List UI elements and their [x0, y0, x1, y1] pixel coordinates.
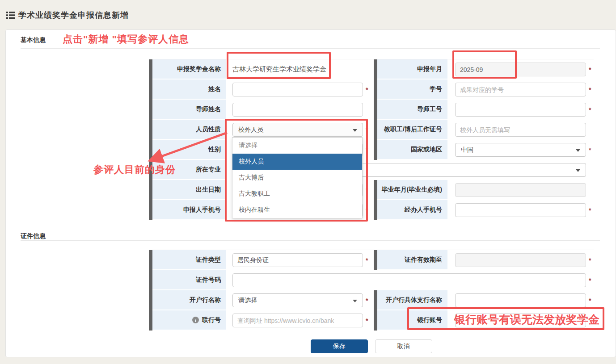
row-birth-grad: 出生日期 * 毕业年月(毕业生必填): [149, 180, 594, 200]
tutor-no-field[interactable]: [455, 103, 586, 117]
chevron-down-icon: [353, 300, 357, 302]
accent-bar: [374, 290, 377, 331]
required-asterisk: *: [366, 86, 368, 93]
accent-bar: [149, 250, 152, 331]
dropdown-option[interactable]: 校内在籍生: [232, 202, 362, 218]
label-major: 所在专业: [152, 160, 226, 180]
label-applicant-phone: 申报人手机号: [152, 200, 226, 220]
label-bank-branch: 开户行具体支行名称: [377, 290, 447, 310]
label-agent-phone: 经办人手机号: [377, 200, 447, 220]
save-button[interactable]: 保存: [311, 339, 368, 353]
row-phones: 申报人手机号 * 经办人手机号 *: [149, 200, 594, 220]
section-title-basic: 基本信息: [21, 36, 46, 44]
label-cert-type: 证件类型: [152, 250, 226, 270]
person-type-value: 校外人员: [238, 126, 263, 134]
row-scholarship-month: 申报奖学金名称 吉林大学研究生学术业绩奖学金 申报年月 *: [149, 59, 594, 79]
section-divider-basic: [21, 48, 600, 49]
chevron-down-icon: [576, 169, 580, 172]
required-asterisk: *: [589, 106, 591, 113]
label-cert-no: 证件号码: [152, 270, 226, 290]
chevron-down-icon: [576, 149, 580, 152]
cert-info-table: 证件类型 * 证件有效期至 * 证件号码 * 开户行名称: [149, 250, 594, 331]
label-tutor-no: 导师工号: [377, 100, 447, 120]
label-bank-name: 开户行名称: [152, 290, 226, 310]
bank-account-field[interactable]: [455, 314, 586, 327]
basic-info-table: 申报奖学金名称 吉林大学研究生学术业绩奖学金 申报年月 * 姓名 * 学号 *: [149, 59, 594, 220]
student-no-field[interactable]: [455, 83, 586, 96]
required-asterisk: *: [589, 207, 591, 214]
required-asterisk: *: [589, 277, 591, 284]
label-person-type: 人员性质: [152, 120, 226, 140]
dropdown-option[interactable]: 吉大教职工: [232, 186, 362, 202]
label-grad-month: 毕业年月(毕业生必填): [377, 180, 447, 200]
bank-branch-field[interactable]: [455, 293, 586, 307]
bank-line-no-field[interactable]: [232, 314, 363, 327]
info-icon[interactable]: i: [192, 317, 199, 323]
row-persontype-staffno: 人员性质 校外人员 * 教职工/博后工作证号: [149, 120, 594, 140]
accent-bar: [374, 59, 377, 160]
label-tutor-name: 导师姓名: [152, 100, 226, 120]
label-cert-valid-until: 证件有效期至: [377, 250, 447, 270]
dropdown-option[interactable]: 请选择: [232, 138, 362, 154]
person-type-dropdown-panel: 请选择 校外人员 吉大博后 吉大教职工 校内在籍生: [232, 137, 363, 218]
row-certtype-valid: 证件类型 * 证件有效期至 *: [149, 250, 594, 270]
accent-bar: [374, 180, 377, 220]
required-asterisk: *: [589, 146, 591, 154]
accent-bar: [374, 250, 377, 270]
row-major: 所在专业: [149, 160, 594, 180]
list-icon: [6, 12, 15, 19]
name-field[interactable]: [232, 83, 363, 96]
staff-no-field[interactable]: [455, 123, 586, 137]
cancel-button[interactable]: 取消: [375, 339, 432, 353]
scholarship-name-value: 吉林大学研究生学术业绩奖学金: [232, 65, 326, 74]
bank-line-no-text: 联行号: [202, 316, 221, 324]
required-asterisk: *: [589, 66, 591, 73]
person-type-select[interactable]: 校外人员: [232, 123, 363, 137]
section-title-cert: 证件信息: [21, 232, 46, 240]
label-country: 国家或地区: [377, 140, 447, 160]
label-student-no: 学号: [377, 79, 447, 100]
page-title: 学术业绩奖学金申报信息新增: [18, 10, 129, 21]
cert-valid-until-field[interactable]: [455, 253, 586, 267]
label-staff-no: 教职工/博后工作证号: [377, 120, 447, 140]
required-asterisk: *: [589, 257, 591, 264]
grad-month-field[interactable]: [455, 183, 586, 197]
apply-month-field[interactable]: [455, 63, 586, 76]
label-gender: 性别: [152, 140, 226, 160]
row-bankcode-account: i 联行号 * 银行账号: [149, 310, 594, 331]
dropdown-option-selected[interactable]: 校外人员: [232, 154, 362, 170]
row-cert-no: 证件号码 *: [149, 270, 594, 290]
required-asterisk: *: [366, 257, 368, 264]
row-gender-country: 性别 * 国家或地区 中国 *: [149, 140, 594, 160]
label-scholarship-name: 申报奖学金名称: [152, 59, 226, 79]
required-asterisk: *: [589, 297, 591, 304]
country-value: 中国: [461, 146, 473, 154]
label-apply-month: 申报年月: [377, 59, 447, 79]
row-name-studentno: 姓名 * 学号 *: [149, 79, 594, 100]
agent-phone-field[interactable]: [455, 203, 586, 217]
required-asterisk: *: [366, 297, 368, 304]
required-asterisk: *: [589, 86, 591, 93]
button-row: 保存 取消: [149, 339, 594, 353]
page-header: 学术业绩奖学金申报信息新增: [6, 10, 129, 21]
required-asterisk: *: [366, 207, 368, 214]
row-bank-name-branch: 开户行名称 请选择 * 开户行具体支行名称 *: [149, 290, 594, 310]
tutor-name-field[interactable]: [232, 103, 363, 117]
row-tutor: 导师姓名 导师工号 *: [149, 100, 594, 120]
chevron-down-icon: [353, 129, 357, 132]
required-asterisk: *: [366, 146, 368, 154]
label-bank-account: 银行账号: [377, 310, 447, 331]
bank-name-value: 请选择: [238, 297, 257, 305]
required-asterisk: *: [366, 317, 368, 324]
required-asterisk: *: [366, 187, 368, 194]
section-divider-cert: [21, 240, 600, 241]
label-birth-date: 出生日期: [152, 180, 226, 200]
cert-type-field[interactable]: [232, 253, 363, 267]
bank-name-select[interactable]: 请选择: [232, 293, 363, 307]
accent-bar: [149, 59, 152, 220]
country-select[interactable]: 中国: [455, 143, 586, 157]
dropdown-option[interactable]: 吉大博后: [232, 170, 362, 186]
label-bank-line-no: i 联行号: [152, 310, 226, 331]
cert-no-field[interactable]: [232, 273, 586, 287]
required-asterisk: *: [366, 126, 368, 134]
